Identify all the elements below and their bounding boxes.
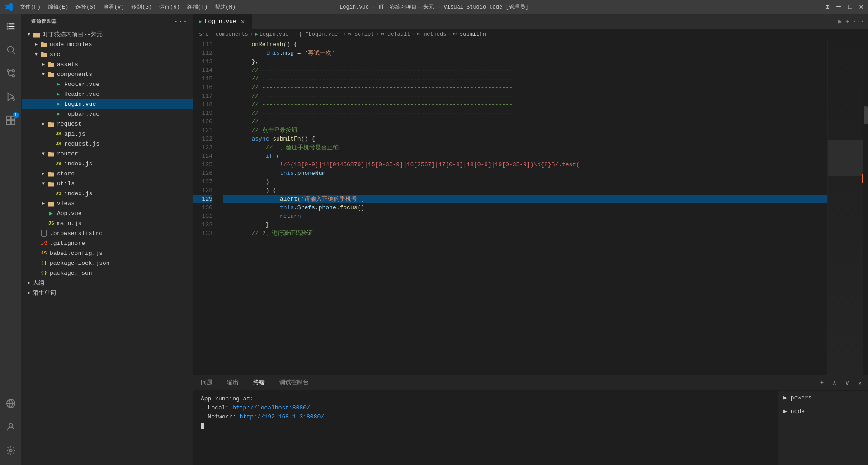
scrollbar-thumb[interactable] — [864, 106, 868, 124]
panel-chevron-up-button[interactable]: ∧ — [830, 378, 839, 387]
folder-node-modules-icon — [40, 41, 48, 48]
activity-search[interactable] — [0, 39, 22, 61]
activity-explorer[interactable] — [0, 15, 22, 37]
breadcrumb-methods[interactable]: ⊙ methods — [417, 31, 447, 38]
more-actions-button[interactable]: ··· — [853, 18, 864, 25]
panel-close-button[interactable]: ✕ — [855, 378, 864, 387]
activity-account[interactable] — [0, 416, 22, 438]
tree-item-main-js[interactable]: JS main.js — [22, 218, 193, 228]
terminal-line-app-running: App running at: — [201, 395, 770, 404]
breadcrumb-script[interactable]: ⊙ script — [348, 31, 374, 38]
menu-terminal[interactable]: 终端(T) — [187, 3, 208, 11]
breadcrumb-login-vue[interactable]: ▶Login.vue — [255, 31, 288, 38]
menu-help[interactable]: 帮助(H) — [215, 3, 236, 11]
tree-item-babel-config[interactable]: JS babel.config.js — [22, 248, 193, 258]
close-button[interactable]: ✕ — [859, 2, 863, 11]
json-file-icon-lock: {} — [40, 260, 48, 266]
breadcrumb-default[interactable]: ⊙ default — [381, 31, 410, 38]
activity-settings[interactable] — [0, 440, 22, 461]
tree-item-request[interactable]: ▶ request — [22, 119, 193, 129]
folder-request-icon — [47, 120, 55, 127]
terminal-local-url[interactable]: http://localhost:8080/ — [232, 404, 310, 411]
panel-right-item-powers[interactable]: ▶ powers... — [778, 391, 868, 404]
tree-item-src[interactable]: ▼ src — [22, 49, 193, 59]
maximize-button[interactable]: □ — [848, 3, 852, 10]
tree-label-root: 叮丁狼练习项目--朱元 — [42, 30, 189, 38]
tree-arrow-strangers: ▶ — [25, 290, 33, 296]
tree-item-package-json[interactable]: {} package.json — [22, 268, 193, 278]
breadcrumb-submitfn[interactable]: ⊙ submitFn — [453, 31, 486, 38]
menu-edit[interactable]: 编辑(E) — [48, 3, 69, 11]
run-button[interactable]: ▶ — [838, 18, 842, 25]
panel-chevron-down-button[interactable]: ∨ — [843, 378, 852, 387]
tree-item-api-js[interactable]: JS api.js — [22, 129, 193, 139]
panel-tab-debug[interactable]: 调试控制台 — [272, 375, 316, 390]
panel-tab-problems[interactable]: 问题 — [193, 375, 220, 390]
tree-item-root[interactable]: ▼ 叮丁狼练习项目--朱元 — [22, 29, 193, 39]
tree-item-strangers[interactable]: ▶ 陌生单词 — [22, 288, 193, 298]
tree-label-api-js: api.js — [64, 131, 189, 137]
tree-item-request-js[interactable]: JS request.js — [22, 139, 193, 149]
menu-file[interactable]: 文件(F) — [20, 3, 41, 11]
panel-right-sidebar: ▶ powers... ▶ node — [778, 391, 868, 465]
tab-close-button[interactable]: ✕ — [239, 18, 246, 25]
activity-remote[interactable] — [0, 393, 22, 414]
minimize-button[interactable]: — — [836, 3, 841, 11]
code-content[interactable]: onRefresh() { this.msg = '再试一次' }, // — [216, 39, 827, 375]
split-editor-button[interactable]: ⊞ — [845, 18, 849, 25]
tree-label-login-vue: Login.vue — [64, 101, 189, 108]
activity-run-debug[interactable] — [0, 86, 22, 108]
menu-run[interactable]: 运行(R) — [159, 3, 180, 11]
tree-item-browserslistrc[interactable]: .browserslistrc — [22, 228, 193, 238]
tab-login-vue[interactable]: ▶ Login.vue ✕ — [193, 14, 252, 29]
terminal-content[interactable]: App running at: - Local: http://localhos… — [193, 391, 778, 465]
activity-source-control[interactable] — [0, 62, 22, 84]
menu-view[interactable]: 查看(V) — [104, 3, 124, 11]
tree-item-store[interactable]: ▶ store — [22, 169, 193, 178]
tree-item-utils-index-js[interactable]: JS index.js — [22, 188, 193, 198]
panel-tab-terminal[interactable]: 终端 — [246, 375, 272, 390]
tree-item-gitignore[interactable]: ⎇ .gitignore — [22, 238, 193, 248]
tree-item-components[interactable]: ▼ components — [22, 69, 193, 79]
code-editor[interactable]: 111 112 113 114 115 116 117 118 119 120 … — [193, 39, 868, 375]
sidebar-header: 资源管理器 ··· — [22, 14, 193, 29]
menu-select[interactable]: 选择(S) — [75, 3, 96, 11]
code-line-111: onRefresh() { — [223, 40, 827, 49]
tree-item-utils[interactable]: ▼ utils — [22, 178, 193, 188]
tree-item-package-lock[interactable]: {} package-lock.json — [22, 258, 193, 268]
tree-arrow-outline: ▶ — [25, 280, 33, 286]
tree-item-app-vue[interactable]: ▶ App.vue — [22, 208, 193, 218]
tree-item-views[interactable]: ▶ views — [22, 198, 193, 208]
js-file-icon-babel: JS — [40, 250, 48, 256]
folder-utils-icon — [47, 180, 55, 187]
breadcrumb-components[interactable]: components — [216, 31, 248, 38]
terminal-network-url[interactable]: http://192.168.1.3:8080/ — [240, 413, 324, 420]
activity-extensions[interactable]: 1 — [0, 109, 22, 131]
tree-label-browserslistrc: .browserslistrc — [50, 230, 189, 237]
tree-label-outline: 大纲 — [33, 279, 189, 287]
tab-label: Login.vue — [205, 18, 236, 25]
minimap-slider[interactable] — [828, 140, 863, 176]
terminal-network-label: - Network: — [201, 413, 240, 420]
panel-tab-output[interactable]: 输出 — [220, 375, 246, 390]
tree-item-router[interactable]: ▼ router — [22, 149, 193, 159]
folder-store-icon — [47, 170, 55, 177]
menu-goto[interactable]: 转到(G) — [131, 3, 152, 11]
tree-item-login-vue[interactable]: ▶ Login.vue — [22, 99, 193, 109]
breadcrumb-src[interactable]: src — [199, 31, 209, 38]
sidebar-more-button[interactable]: ··· — [174, 18, 188, 26]
layout-icon[interactable]: ⊞ — [826, 3, 829, 11]
tree-item-outline[interactable]: ▶ 大纲 — [22, 278, 193, 288]
svg-point-3 — [7, 70, 9, 72]
tree-item-router-index-js[interactable]: JS index.js — [22, 159, 193, 169]
panel-right-item-node[interactable]: ▶ node — [778, 404, 868, 418]
tree-item-topbar-vue[interactable]: ▶ Topbar.vue — [22, 109, 193, 119]
tree-label-header-vue: Header.vue — [64, 91, 189, 98]
tree-item-node-modules[interactable]: ▶ node_modules — [22, 39, 193, 49]
vertical-scrollbar[interactable] — [863, 39, 868, 375]
tree-item-assets[interactable]: ▶ assets — [22, 59, 193, 69]
tree-item-header-vue[interactable]: ▶ Header.vue — [22, 89, 193, 99]
breadcrumb-json[interactable]: {} "Login.vue" — [296, 31, 341, 38]
tree-item-footer-vue[interactable]: ▶ Footer.vue — [22, 79, 193, 89]
panel-add-button[interactable]: + — [817, 378, 826, 387]
